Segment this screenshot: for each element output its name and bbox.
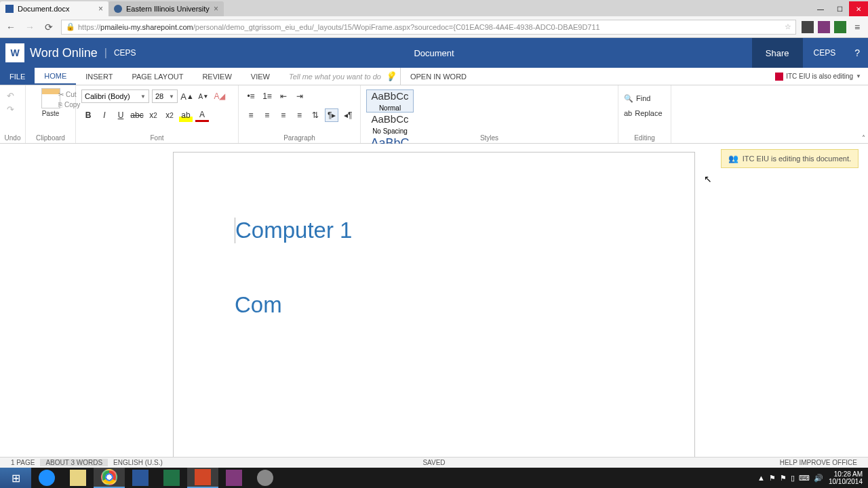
tray-flag-icon[interactable]: ⚑ bbox=[769, 474, 776, 483]
style-no-spacing[interactable]: AaBbCcNo Spacing bbox=[366, 113, 414, 136]
rtl-button[interactable]: ◂¶ bbox=[341, 108, 355, 122]
lock-icon: 🔒 bbox=[66, 22, 75, 31]
align-left-button[interactable]: ≡ bbox=[244, 108, 258, 122]
tab-review[interactable]: REVIEW bbox=[193, 68, 241, 85]
document-title: Document bbox=[414, 48, 454, 58]
decrease-indent-button[interactable]: ⇤ bbox=[277, 89, 290, 103]
justify-button[interactable]: ≡ bbox=[293, 108, 307, 122]
group-label: Styles bbox=[361, 134, 618, 142]
bold-button[interactable]: B bbox=[81, 108, 95, 122]
tray-flag-icon[interactable]: ⚑ bbox=[780, 474, 787, 483]
bookmark-icon[interactable]: ☆ bbox=[785, 22, 791, 31]
shrink-font-button[interactable]: A▼ bbox=[197, 89, 210, 103]
underline-button[interactable]: U bbox=[114, 108, 127, 122]
font-color-button[interactable]: A bbox=[195, 108, 209, 122]
tell-me-input[interactable]: Tell me what you want to do 💡 bbox=[285, 68, 400, 85]
grow-font-button[interactable]: A▲ bbox=[180, 89, 194, 103]
replace-button[interactable]: abReplace bbox=[624, 106, 665, 121]
clock-date: 10/10/2014 bbox=[829, 478, 863, 485]
align-right-button[interactable]: ≡ bbox=[277, 108, 290, 122]
bullets-button[interactable]: •≡ bbox=[244, 89, 258, 103]
onenote-ext-icon[interactable] bbox=[818, 21, 830, 33]
tray-keyboard-icon[interactable]: ⌨ bbox=[799, 474, 810, 483]
mouse-cursor-icon: ↖ bbox=[704, 174, 712, 184]
highlight-button[interactable]: ab bbox=[179, 108, 193, 122]
line-spacing-button[interactable]: ⇅ bbox=[309, 108, 322, 122]
paste-label: Paste bbox=[42, 110, 60, 117]
close-tab-icon[interactable]: × bbox=[214, 4, 218, 14]
paste-icon bbox=[41, 88, 60, 108]
reload-button[interactable]: ⟳ bbox=[42, 20, 56, 34]
styles-group: AaBbCcNormal AaBbCcNo Spacing AaBbCHeadi… bbox=[361, 85, 618, 143]
tab-view[interactable]: VIEW bbox=[241, 68, 279, 85]
undo-button[interactable]: ↶ bbox=[7, 91, 19, 100]
tab-home[interactable]: HOME bbox=[35, 68, 76, 85]
group-label: Font bbox=[76, 134, 238, 142]
redo-button[interactable]: ↷ bbox=[7, 104, 19, 114]
group-label: Paragraph bbox=[239, 134, 360, 142]
tenant-name[interactable]: CEPS bbox=[114, 48, 136, 58]
italic-button[interactable]: I bbox=[98, 108, 111, 122]
page-count[interactable]: 1 PAGE bbox=[5, 459, 40, 466]
tray-up-icon[interactable]: ▲ bbox=[757, 474, 765, 483]
tab-file[interactable]: FILE bbox=[0, 68, 35, 85]
ltr-button[interactable]: ¶▸ bbox=[325, 108, 338, 122]
browser-tab-strip: Document.docx × Eastern Illinois Univers… bbox=[0, 0, 868, 16]
document-line-2[interactable]: Com bbox=[235, 292, 633, 318]
maximize-button[interactable]: ☐ bbox=[830, 1, 849, 16]
collapse-ribbon-button[interactable]: ˄ bbox=[862, 134, 865, 142]
clear-format-button[interactable]: A◢ bbox=[213, 89, 226, 103]
browser-tab-eiu[interactable]: Eastern Illinois University × bbox=[108, 1, 224, 16]
address-bar: ← → ⟳ 🔒 https://pmaileiu-my.sharepoint.c… bbox=[0, 16, 868, 38]
taskbar-clock[interactable]: 10:28 AM 10/10/2014 bbox=[829, 470, 863, 485]
find-button[interactable]: 🔍Find bbox=[624, 91, 665, 106]
document-line-1[interactable]: Computer 1 bbox=[235, 218, 633, 243]
url-input[interactable]: 🔒 https://pmaileiu-my.sharepoint.com/per… bbox=[61, 20, 796, 35]
close-tab-icon[interactable]: × bbox=[98, 4, 103, 14]
numbering-button[interactable]: 1≡ bbox=[260, 89, 274, 103]
help-improve-link[interactable]: HELP IMPROVE OFFICE bbox=[774, 459, 863, 466]
browser-tab-document[interactable]: Document.docx × bbox=[0, 1, 108, 16]
document-page[interactable]: Computer 1 Com bbox=[173, 152, 695, 457]
taskbar-file-explorer[interactable] bbox=[62, 468, 94, 488]
tab-insert[interactable]: INSERT bbox=[76, 68, 122, 85]
paste-button[interactable]: Paste bbox=[41, 88, 60, 117]
forward-button[interactable]: → bbox=[23, 20, 37, 34]
extension-icon[interactable] bbox=[802, 21, 814, 33]
font-group: Calibri (Body)▼ 28▼ A▲ A▼ A◢ B I U abc x… bbox=[76, 85, 239, 143]
taskbar-snipping[interactable] bbox=[250, 468, 281, 488]
status-bar: 1 PAGE ABOUT 3 WORDS ENGLISH (U.S.) SAVE… bbox=[0, 457, 868, 468]
tray-network-icon[interactable]: ▯ bbox=[791, 474, 795, 483]
align-center-button[interactable]: ≡ bbox=[260, 108, 274, 122]
tab-page-layout[interactable]: PAGE LAYOUT bbox=[122, 68, 193, 85]
menu-icon[interactable]: ≡ bbox=[850, 20, 864, 34]
find-icon: 🔍 bbox=[624, 94, 633, 103]
taskbar-ie[interactable] bbox=[31, 468, 62, 488]
word-count[interactable]: ABOUT 3 WORDS bbox=[40, 459, 108, 466]
extension-icon[interactable] bbox=[834, 21, 846, 33]
font-size-select[interactable]: 28▼ bbox=[152, 89, 178, 103]
increase-indent-button[interactable]: ⇥ bbox=[293, 89, 307, 103]
font-name-select[interactable]: Calibri (Body)▼ bbox=[81, 89, 149, 103]
help-button[interactable]: ? bbox=[846, 47, 868, 58]
back-button[interactable]: ← bbox=[4, 20, 18, 34]
share-button[interactable]: Share bbox=[752, 38, 803, 68]
close-window-button[interactable]: ✕ bbox=[849, 1, 868, 16]
tray-volume-icon[interactable]: 🔊 bbox=[814, 474, 823, 483]
coauthor-notice[interactable]: ITC EIU is also editing ▼ bbox=[768, 68, 868, 85]
minimize-button[interactable]: — bbox=[811, 1, 830, 16]
taskbar-onenote[interactable] bbox=[218, 468, 250, 488]
taskbar-powerpoint[interactable] bbox=[187, 468, 218, 488]
superscript-button[interactable]: x2 bbox=[163, 108, 176, 122]
taskbar-chrome[interactable] bbox=[94, 468, 125, 488]
language[interactable]: ENGLISH (U.S.) bbox=[108, 459, 168, 466]
user-menu[interactable]: CEPS bbox=[803, 48, 847, 58]
open-in-word-button[interactable]: OPEN IN WORD bbox=[400, 68, 476, 85]
strikethrough-button[interactable]: abc bbox=[130, 108, 144, 122]
subscript-button[interactable]: x2 bbox=[146, 108, 160, 122]
taskbar-word[interactable] bbox=[125, 468, 156, 488]
group-label: Clipboard bbox=[26, 134, 75, 142]
style-normal[interactable]: AaBbCcNormal bbox=[366, 89, 414, 113]
taskbar-excel[interactable] bbox=[156, 468, 187, 488]
start-button[interactable]: ⊞ bbox=[0, 468, 31, 488]
